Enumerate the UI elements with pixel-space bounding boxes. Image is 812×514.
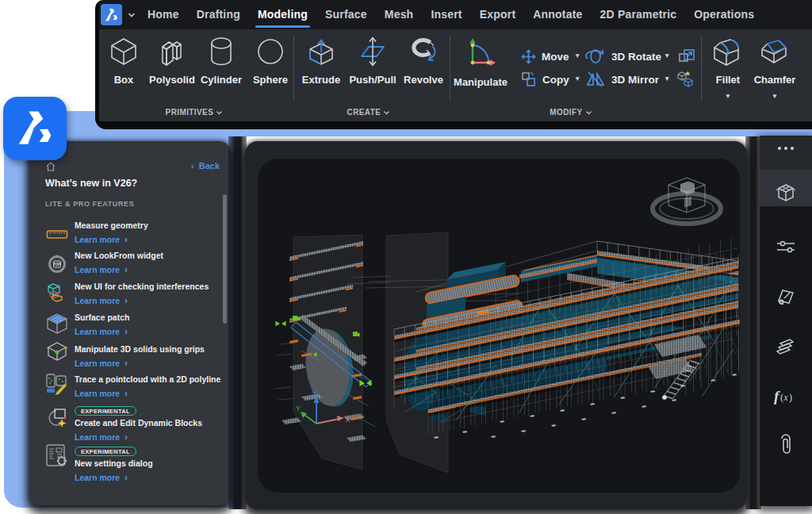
svg-text:(: (: [780, 392, 783, 403]
svg-text:X: X: [345, 416, 350, 424]
svg-text:N: N: [56, 254, 59, 258]
svg-text:TOP: TOP: [53, 263, 60, 267]
svg-text:): ): [789, 392, 792, 403]
svg-text:x: x: [783, 393, 789, 402]
svg-text:Z: Z: [312, 390, 316, 398]
svg-text:f: f: [774, 388, 780, 405]
svg-text:Y: Y: [296, 405, 301, 412]
